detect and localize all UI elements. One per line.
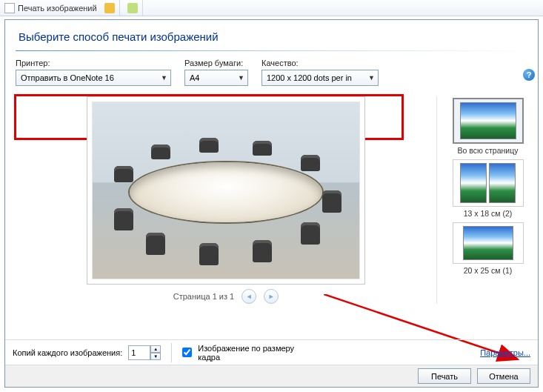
quality-value: 1200 x 1200 dots per in — [267, 73, 352, 82]
paper-value: A4 — [190, 73, 199, 82]
chevron-down-icon: ▼ — [238, 74, 244, 82]
print-button[interactable]: Печать — [418, 368, 471, 384]
window-titlebar: Печать изображений — [0, 0, 543, 16]
dialog-header: Выберите способ печати изображений — [5, 20, 538, 50]
copies-input[interactable] — [128, 345, 150, 360]
paper-label: Размер бумаги: — [184, 59, 248, 67]
pager: Страница 1 из 1 — [173, 289, 279, 304]
window-title: Печать изображений — [18, 4, 97, 13]
printer-combo[interactable]: Отправить в OneNote 16 ▼ — [16, 70, 171, 86]
print-dialog: Выберите способ печати изображений Принт… — [4, 19, 539, 388]
spin-up-icon[interactable]: ▲ — [150, 345, 161, 353]
divider — [171, 343, 172, 362]
layout-label: 13 x 18 см (2) — [464, 209, 513, 218]
paper-size-combo[interactable]: A4 ▼ — [184, 70, 248, 86]
background-tab — [123, 0, 143, 16]
layout-label: 20 x 25 см (1) — [464, 266, 513, 275]
help-icon[interactable]: ? — [523, 69, 535, 81]
printer-value: Отправить в OneNote 16 — [21, 73, 114, 82]
options-link[interactable]: Параметры... — [480, 348, 530, 357]
header-underline — [16, 50, 527, 51]
printer-label: Принтер: — [16, 59, 171, 67]
layout-list[interactable]: Во всю страницу 13 x 18 см (2) 20 x 25 с… — [436, 96, 533, 304]
layout-label: Во всю страницу — [458, 146, 519, 155]
app-icon — [4, 3, 15, 13]
chevron-down-icon: ▼ — [368, 74, 375, 82]
preview-column: Страница 1 из 1 — [16, 96, 436, 304]
quality-combo[interactable]: 1200 x 1200 dots per in ▼ — [261, 70, 379, 86]
fit-frame-checkbox[interactable] — [182, 348, 192, 357]
preview-frame — [87, 96, 365, 285]
dialog-button-bar: Печать Отмена — [5, 365, 538, 387]
main-area: Страница 1 из 1 Во всю страницу 13 x 18 … — [5, 92, 538, 304]
quality-label: Качество: — [261, 59, 379, 67]
chevron-down-icon: ▼ — [161, 74, 167, 82]
copies-spinner[interactable]: ▲ ▼ — [128, 345, 161, 360]
spin-down-icon[interactable]: ▼ — [150, 353, 161, 360]
cancel-button[interactable]: Отмена — [477, 368, 530, 384]
page-indicator: Страница 1 из 1 — [173, 292, 234, 301]
layout-20x25[interactable]: 20 x 25 см (1) — [453, 222, 524, 275]
fit-frame-label: Изображение по размеру кадра — [198, 344, 294, 362]
background-tab — [100, 0, 120, 16]
print-settings-row: Принтер: Отправить в OneNote 16 ▼ Размер… — [5, 59, 538, 92]
next-page-button[interactable] — [264, 289, 279, 304]
options-bar: Копий каждого изображения: ▲ ▼ Изображен… — [5, 339, 538, 365]
prev-page-button[interactable] — [241, 289, 256, 304]
copies-label: Копий каждого изображения: — [13, 348, 122, 357]
layout-13x18[interactable]: 13 x 18 см (2) — [453, 159, 524, 218]
preview-image — [92, 102, 360, 279]
layout-full-page[interactable]: Во всю страницу — [453, 98, 524, 155]
